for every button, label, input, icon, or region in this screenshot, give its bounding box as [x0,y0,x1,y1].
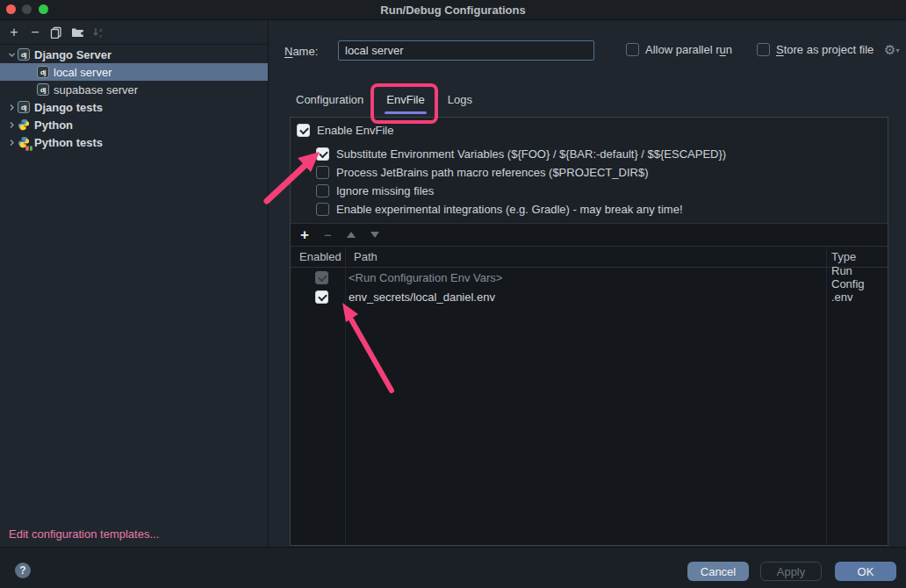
checkbox[interactable] [316,166,329,179]
copy-configuration-icon[interactable] [46,23,67,42]
checkbox[interactable] [316,203,329,216]
allow-parallel-run-label: Allow parallel run [645,43,732,56]
tree-item-label: Python [34,118,73,132]
checkbox[interactable] [315,290,328,304]
checkbox[interactable] [297,124,310,137]
dialog-footer: ? Cancel Apply OK [0,547,906,588]
add-configuration-button[interactable]: + [4,23,25,42]
env-file-type: .env [831,290,853,304]
edit-configuration-templates-link[interactable]: Edit configuration templates... [9,527,159,541]
svg-text:a: a [99,27,103,32]
tree-item-label: Django Server [34,48,111,61]
remove-configuration-button[interactable]: − [25,23,46,42]
tree-item-django-tests[interactable]: dj Django tests [0,98,268,116]
substitute-env-variables-checkbox[interactable]: Substitute Environment Variables (${FOO}… [316,147,726,161]
tab-logs[interactable]: Logs [448,84,472,115]
tree-item-label: Django tests [34,101,103,114]
title-bar: Run/Debug Configurations [0,0,906,20]
configurations-tree: dj Django Server dj local server dj supa… [0,46,268,151]
gear-icon[interactable]: ⚙▾ [884,42,899,58]
remove-env-file-button[interactable]: − [324,227,332,242]
option-label: Enable experimental integrations (e.g. G… [336,203,683,216]
tree-item-python[interactable]: Python [0,116,268,133]
ok-button[interactable]: OK [835,562,896,581]
enable-envfile-checkbox[interactable]: Enable EnvFile [297,124,393,137]
django-icon: dj [37,83,49,96]
add-env-file-button[interactable]: + [300,226,309,244]
window-title: Run/Debug Configurations [0,4,906,17]
table-row-run-config-env-vars[interactable]: <Run Configuration Env Vars> Run Config [291,268,888,287]
column-header-enabled[interactable]: Enabled [299,250,342,263]
option-label: Ignore missing files [336,184,434,197]
configuration-detail-panel: Name: Allow parallel run Store as projec… [270,20,906,547]
tree-item-supabase-server[interactable]: dj supabase server [0,81,268,98]
tree-item-label: supabase server [54,83,138,97]
new-folder-icon[interactable] [67,23,88,42]
python-tests-icon [18,136,30,148]
django-icon: dj [37,66,49,78]
store-as-project-file-checkbox[interactable]: Store as project file [757,43,874,56]
env-files-table: + − Enabled Path Type <Run Configuration… [291,223,888,545]
tree-item-django-server[interactable]: dj Django Server [0,46,268,63]
env-file-path: env_secrets/local_daniel.env [349,290,495,304]
checkbox[interactable] [316,147,329,161]
checkbox[interactable] [626,43,639,56]
column-header-type[interactable]: Type [831,250,856,263]
chevron-right-icon[interactable] [5,121,18,129]
help-button[interactable]: ? [15,563,31,578]
svg-text:z: z [99,33,102,39]
name-label: Name: [284,45,318,58]
tree-item-label: local server [54,66,111,79]
tree-item-label: Python tests [34,136,103,149]
env-file-path: <Run Configuration Env Vars> [349,271,502,284]
sidebar-toolbar: + − az [0,20,268,45]
django-icon: dj [18,48,30,61]
checkbox[interactable] [316,184,329,197]
python-icon [18,118,30,131]
move-up-icon[interactable] [347,232,356,238]
allow-parallel-run-checkbox[interactable]: Allow parallel run [626,43,732,56]
option-label: Enable EnvFile [317,124,393,137]
sort-configurations-icon: az [88,23,109,42]
run-debug-configurations-dialog: Run/Debug Configurations + − az dj Djang… [0,0,906,588]
checkbox[interactable] [757,43,770,56]
store-as-project-file-label: Store as project file [776,43,874,56]
tree-item-local-server[interactable]: dj local server [0,63,268,81]
tree-item-python-tests[interactable]: Python tests [0,133,268,151]
move-down-icon[interactable] [370,232,379,238]
experimental-integrations-checkbox[interactable]: Enable experimental integrations (e.g. G… [316,203,683,216]
cancel-button[interactable]: Cancel [687,562,749,581]
tab-configuration[interactable]: Configuration [296,84,363,115]
chevron-down-icon[interactable] [5,51,18,59]
process-path-macro-checkbox[interactable]: Process JetBrains path macro references … [316,166,648,179]
configurations-sidebar: + − az dj Django Server dj local server [0,20,269,547]
table-toolbar: + − [291,224,888,246]
ignore-missing-files-checkbox[interactable]: Ignore missing files [316,184,434,197]
name-input[interactable] [338,40,594,61]
chevron-right-icon[interactable] [5,139,18,147]
envfile-tab-content: Enable EnvFile Substitute Environment Va… [290,117,888,546]
option-label: Substitute Environment Variables (${FOO}… [336,147,726,161]
chevron-right-icon[interactable] [5,104,18,111]
option-label: Process JetBrains path macro references … [336,166,648,179]
checkbox [315,271,328,284]
table-header: Enabled Path Type [291,246,888,268]
column-header-path[interactable]: Path [354,250,378,263]
apply-button: Apply [760,562,822,581]
django-tests-icon: dj [18,101,30,113]
tab-envfile[interactable]: EnvFile [386,84,424,115]
tab-bar: Configuration EnvFile Logs [296,84,472,115]
table-row-env-secrets[interactable]: env_secrets/local_daniel.env .env [291,287,888,306]
